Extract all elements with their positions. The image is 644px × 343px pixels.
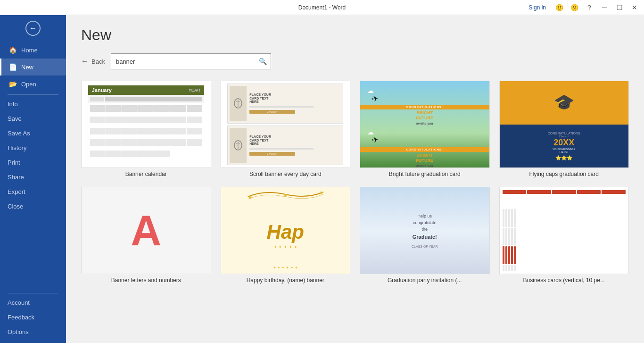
template-label-hap: Happy birthday, (name) banner	[221, 277, 351, 284]
template-grad-invitation[interactable]: Help uscongratulatetheGraduate! CLASS OF…	[360, 187, 490, 284]
happy-icon[interactable]: 🙂	[553, 2, 565, 13]
sidebar-item-new[interactable]: 📄 New	[0, 59, 66, 75]
export-label: Export	[8, 188, 25, 195]
template-label-scroll: Scroll banner every day card	[221, 171, 351, 177]
calendar-visual: January YEAR	[88, 85, 204, 163]
sidebar-item-open[interactable]: 📂 Open	[0, 75, 66, 92]
template-thumb-flying: 🎓 CONGRATULATIONS Class of 20XX YOUR MES…	[499, 81, 629, 168]
template-label-bright: Bright future graduation card	[360, 171, 490, 177]
template-thumb-letters: A	[81, 187, 211, 274]
main-content: New ← Back 🔍 January	[66, 15, 644, 343]
new-icon: 📄	[9, 63, 17, 71]
back-button[interactable]: ← Back	[81, 57, 105, 66]
grad-visual: Help uscongratulatetheGraduate! CLASS OF…	[360, 187, 489, 274]
sidebar-item-print[interactable]: Print	[0, 155, 66, 170]
options-label: Options	[8, 328, 29, 335]
sidebar-back-button[interactable]: ←	[25, 21, 41, 36]
letters-visual: A	[82, 187, 211, 274]
sidebar-nav: 🏠 Home 📄 New 📂 Open Info Save Save As	[0, 42, 66, 291]
close-button[interactable]: ✕	[629, 2, 640, 13]
template-grid: January YEAR	[81, 81, 629, 284]
sidebar-item-home[interactable]: 🏠 Home	[0, 42, 66, 59]
window-title: Document1 - Word	[298, 4, 346, 11]
share-label: Share	[8, 174, 24, 181]
account-label: Account	[8, 299, 30, 306]
search-button[interactable]: 🔍	[256, 54, 271, 69]
open-icon: 📂	[9, 80, 17, 88]
sidebar-item-info[interactable]: Info	[0, 97, 66, 111]
sidebar-item-export[interactable]: Export	[0, 184, 66, 199]
sidebar-item-history[interactable]: History	[0, 141, 66, 155]
cal-header: January YEAR	[88, 85, 204, 95]
sidebar-new-label: New	[21, 64, 33, 71]
template-thumb-hap: Hap ✦ ✦ ✦ ✦ ✦ ✦ ✦ ✦ ✦ ✦ ✦	[221, 187, 351, 274]
help-icon[interactable]: ?	[584, 2, 595, 13]
template-business-cards[interactable]: // Generate biz cards inline via JS afte…	[499, 187, 629, 284]
svg-point-6	[319, 192, 322, 194]
template-flying-caps[interactable]: 🎓 CONGRATULATIONS Class of 20XX YOUR MES…	[499, 81, 629, 177]
biz-visual: // Generate biz cards inline via JS afte…	[500, 187, 629, 274]
search-icon: 🔍	[259, 58, 267, 65]
sidebar-item-save-as[interactable]: Save As	[0, 126, 66, 141]
info-label: Info	[8, 100, 18, 108]
template-banner-letters[interactable]: A Banner letters and numbers	[81, 187, 211, 284]
template-thumb-grad: Help uscongratulatetheGraduate! CLASS OF…	[360, 187, 490, 274]
template-label-calendar: Banner calendar	[81, 171, 211, 177]
sidebar-item-feedback[interactable]: Feedback	[0, 310, 66, 325]
maximize-button[interactable]: ❐	[614, 2, 625, 13]
back-label: Back	[91, 58, 105, 65]
sidebar-divider-1	[8, 94, 58, 95]
bright-visual: ☁ ✈ CONGRATULATIONS! BRIGHTFUTUREawaits …	[360, 81, 489, 167]
close-label: Close	[8, 203, 23, 210]
sidebar-item-account[interactable]: Account	[0, 295, 66, 310]
template-bright-future[interactable]: ☁ ✈ CONGRATULATIONS! BRIGHTFUTUREawaits …	[360, 81, 490, 177]
sidebar-item-options[interactable]: Options	[0, 325, 66, 339]
home-icon: 🏠	[9, 46, 17, 54]
template-label-grad: Graduation party invitation (...	[360, 277, 490, 284]
template-thumb-scroll: PLACE YOURCARD TEXTHERE ENQUIRY	[221, 81, 351, 168]
sidebar-divider-2	[8, 293, 58, 293]
sidebar-item-share[interactable]: Share	[0, 170, 66, 184]
template-thumb-bright: ☁ ✈ CONGRATULATIONS! BRIGHTFUTUREawaits …	[360, 81, 490, 168]
flying-visual: 🎓 CONGRATULATIONS Class of 20XX YOUR MES…	[500, 81, 629, 167]
scroll-visual: PLACE YOURCARD TEXTHERE ENQUIRY	[227, 84, 343, 166]
history-label: History	[8, 144, 26, 151]
search-bar: ← Back 🔍	[81, 53, 629, 69]
sidebar-bottom: Account Feedback Options	[0, 291, 66, 343]
print-label: Print	[8, 159, 20, 166]
sidebar-open-label: Open	[21, 81, 36, 88]
save-as-label: Save As	[8, 130, 30, 137]
template-label-flying: Flying caps graduation card	[499, 171, 629, 177]
scroll-card-1: PLACE YOURCARD TEXTHERE ENQUIRY	[227, 84, 343, 124]
save-label: Save	[8, 115, 22, 122]
sidebar-item-save[interactable]: Save	[0, 111, 66, 126]
sidebar-item-close[interactable]: Close	[0, 199, 66, 214]
template-thumb-biz: // Generate biz cards inline via JS afte…	[499, 187, 629, 274]
scroll-card-2: PLACE YOURCARD TEXTHERE ENQUIRY	[227, 125, 343, 166]
sidebar-top: ←	[0, 15, 66, 42]
page-title: New	[81, 26, 629, 44]
back-arrow-icon: ←	[81, 57, 89, 66]
sidebar: ← 🏠 Home 📄 New 📂 Open Info Save	[0, 15, 66, 343]
cal-body	[88, 103, 204, 163]
title-bar: Document1 - Word Sign in 🙂 🙁 ? ─ ❐ ✕	[0, 0, 644, 15]
svg-point-5	[284, 194, 287, 197]
search-input[interactable]	[111, 55, 256, 68]
back-arrow-icon: ←	[29, 24, 37, 33]
scroll-icon-1	[230, 86, 247, 121]
hap-visual: Hap ✦ ✦ ✦ ✦ ✦ ✦ ✦ ✦ ✦ ✦ ✦	[221, 187, 350, 274]
app-body: ← 🏠 Home 📄 New 📂 Open Info Save	[0, 15, 644, 343]
template-happy-birthday[interactable]: Hap ✦ ✦ ✦ ✦ ✦ ✦ ✦ ✦ ✦ ✦ ✦ Happy birthday…	[221, 187, 351, 284]
minimize-button[interactable]: ─	[599, 2, 610, 13]
svg-point-4	[248, 196, 251, 199]
sad-icon[interactable]: 🙁	[569, 2, 580, 13]
search-input-wrap: 🔍	[111, 53, 271, 69]
template-label-letters: Banner letters and numbers	[81, 277, 211, 284]
template-label-biz: Business cards (vertical, 10 pe...	[499, 277, 629, 284]
template-thumb-calendar: January YEAR	[81, 81, 211, 168]
feedback-label: Feedback	[8, 314, 34, 321]
signin-link[interactable]: Sign in	[528, 4, 546, 11]
template-banner-calendar[interactable]: January YEAR	[81, 81, 211, 177]
template-scroll-banner[interactable]: PLACE YOURCARD TEXTHERE ENQUIRY	[221, 81, 351, 177]
scroll-icon-2	[230, 128, 247, 163]
